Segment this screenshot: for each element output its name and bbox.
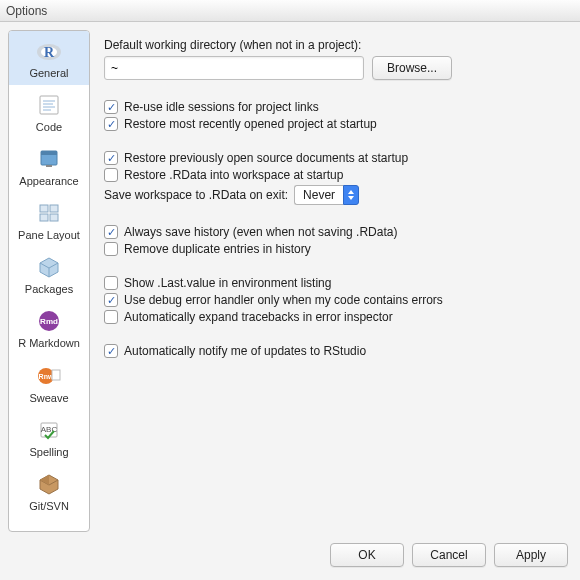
checkbox-icon bbox=[104, 344, 118, 358]
sidebar-item-git-svn[interactable]: Git/SVN bbox=[9, 464, 89, 518]
checkbox-label: Remove duplicate entries in history bbox=[124, 242, 311, 256]
sidebar: RGeneralCodeAppearancePane LayoutPackage… bbox=[8, 30, 90, 532]
svg-text:ABC: ABC bbox=[41, 425, 58, 434]
appearance-icon bbox=[32, 145, 66, 173]
sidebar-item-label: Appearance bbox=[19, 175, 78, 187]
pane-layout-icon bbox=[32, 199, 66, 227]
checkbox-icon bbox=[104, 151, 118, 165]
checkbox-label: Re-use idle sessions for project links bbox=[124, 100, 319, 114]
checkbox-icon bbox=[104, 276, 118, 290]
titlebar: Options bbox=[0, 0, 580, 22]
checkbox-label: Show .Last.value in environment listing bbox=[124, 276, 331, 290]
svg-rect-14 bbox=[50, 214, 58, 221]
sidebar-item-label: Pane Layout bbox=[18, 229, 80, 241]
r-logo-icon: R bbox=[32, 37, 66, 65]
svg-rect-21 bbox=[52, 370, 60, 380]
checkbox-always-history[interactable]: Always save history (even when not savin… bbox=[104, 225, 568, 239]
chevron-updown-icon bbox=[343, 185, 359, 205]
sweave-icon: Rnw bbox=[32, 362, 66, 390]
svg-text:Rmd: Rmd bbox=[40, 317, 58, 326]
save-rdata-value: Never bbox=[303, 188, 335, 202]
sidebar-item-appearance[interactable]: Appearance bbox=[9, 139, 89, 193]
save-rdata-select[interactable]: Never bbox=[294, 185, 359, 205]
checkbox-label: Use debug error handler only when my cod… bbox=[124, 293, 443, 307]
browse-button[interactable]: Browse... bbox=[372, 56, 452, 80]
sidebar-item-label: Git/SVN bbox=[29, 500, 69, 512]
checkbox-icon bbox=[104, 100, 118, 114]
checkbox-label: Always save history (even when not savin… bbox=[124, 225, 397, 239]
checkbox-icon bbox=[104, 117, 118, 131]
sidebar-item-label: R Markdown bbox=[18, 337, 80, 349]
cancel-button[interactable]: Cancel bbox=[412, 543, 486, 567]
code-icon bbox=[32, 91, 66, 119]
sidebar-item-spelling[interactable]: ABCSpelling bbox=[9, 410, 89, 464]
default-dir-label: Default working directory (when not in a… bbox=[104, 38, 568, 52]
sidebar-item-publishing[interactable]: Publishing bbox=[9, 518, 89, 532]
default-dir-input[interactable] bbox=[104, 56, 364, 80]
checkbox-show-last[interactable]: Show .Last.value in environment listing bbox=[104, 276, 568, 290]
checkbox-label: Restore previously open source documents… bbox=[124, 151, 408, 165]
ok-button[interactable]: OK bbox=[330, 543, 404, 567]
checkbox-remove-dup[interactable]: Remove duplicate entries in history bbox=[104, 242, 568, 256]
checkbox-restore-source[interactable]: Restore previously open source documents… bbox=[104, 151, 568, 165]
sidebar-item-r-markdown[interactable]: RmdR Markdown bbox=[9, 301, 89, 355]
sidebar-item-label: Code bbox=[36, 121, 62, 133]
window-title: Options bbox=[6, 4, 47, 18]
save-rdata-label: Save workspace to .RData on exit: bbox=[104, 188, 288, 202]
checkbox-icon bbox=[104, 310, 118, 324]
checkbox-label: Restore .RData into workspace at startup bbox=[124, 168, 343, 182]
sidebar-item-label: Spelling bbox=[29, 446, 68, 458]
svg-rect-13 bbox=[40, 214, 48, 221]
sidebar-item-label: Sweave bbox=[29, 392, 68, 404]
svg-rect-3 bbox=[40, 96, 58, 114]
checkbox-reuse-idle[interactable]: Re-use idle sessions for project links bbox=[104, 100, 568, 114]
checkbox-auto-traceback[interactable]: Automatically expand tracebacks in error… bbox=[104, 310, 568, 324]
checkbox-debug-handler[interactable]: Use debug error handler only when my cod… bbox=[104, 293, 568, 307]
sidebar-item-label: Packages bbox=[25, 283, 73, 295]
main-panel: Default working directory (when not in a… bbox=[102, 30, 572, 532]
sidebar-item-label: General bbox=[29, 67, 68, 79]
svg-rect-9 bbox=[41, 151, 57, 155]
sidebar-item-packages[interactable]: Packages bbox=[9, 247, 89, 301]
spelling-icon: ABC bbox=[32, 416, 66, 444]
svg-rect-12 bbox=[50, 205, 58, 212]
checkbox-label: Automatically expand tracebacks in error… bbox=[124, 310, 393, 324]
packages-icon bbox=[32, 253, 66, 281]
svg-text:R: R bbox=[44, 45, 55, 60]
checkbox-icon bbox=[104, 168, 118, 182]
sidebar-item-code[interactable]: Code bbox=[9, 85, 89, 139]
rmarkdown-icon: Rmd bbox=[32, 307, 66, 335]
sidebar-item-pane-layout[interactable]: Pane Layout bbox=[9, 193, 89, 247]
checkbox-restore-rdata[interactable]: Restore .RData into workspace at startup bbox=[104, 168, 568, 182]
footer: OK Cancel Apply bbox=[0, 536, 580, 580]
sidebar-item-sweave[interactable]: RnwSweave bbox=[9, 356, 89, 410]
checkbox-icon bbox=[104, 242, 118, 256]
apply-button[interactable]: Apply bbox=[494, 543, 568, 567]
sidebar-item-general[interactable]: RGeneral bbox=[9, 31, 89, 85]
checkbox-icon bbox=[104, 293, 118, 307]
checkbox-icon bbox=[104, 225, 118, 239]
checkbox-auto-notify[interactable]: Automatically notify me of updates to RS… bbox=[104, 344, 568, 358]
svg-rect-10 bbox=[46, 165, 52, 167]
checkbox-restore-project[interactable]: Restore most recently opened project at … bbox=[104, 117, 568, 131]
publishing-icon bbox=[32, 524, 66, 532]
checkbox-label: Automatically notify me of updates to RS… bbox=[124, 344, 366, 358]
git-svn-icon bbox=[32, 470, 66, 498]
svg-rect-11 bbox=[40, 205, 48, 212]
checkbox-label: Restore most recently opened project at … bbox=[124, 117, 377, 131]
